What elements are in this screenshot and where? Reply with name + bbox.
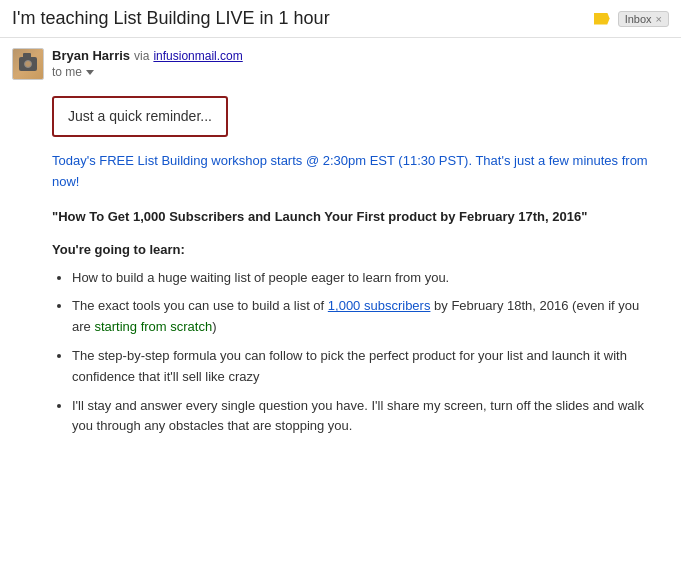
avatar-image xyxy=(13,49,43,79)
to-line: to me xyxy=(52,65,669,79)
bullet-list: How to build a huge waiting list of peop… xyxy=(52,268,661,438)
bullet-text-1: How to build a huge waiting list of peop… xyxy=(72,270,449,285)
close-icon[interactable]: × xyxy=(656,13,662,25)
learn-heading: You're going to learn: xyxy=(52,240,661,260)
sender-via: via xyxy=(134,49,149,63)
subscribers-link[interactable]: 1,000 subscribers xyxy=(328,298,431,313)
sender-info: Bryan Harris via infusionmail.com to me xyxy=(52,48,669,79)
workshop-link[interactable]: Today's FREE List Building workshop star… xyxy=(52,153,648,189)
inbox-label: Inbox xyxy=(625,13,652,25)
tag-icon[interactable] xyxy=(594,13,610,25)
to-dropdown-arrow[interactable] xyxy=(86,70,94,75)
list-item: The exact tools you can use to build a l… xyxy=(72,296,661,338)
avatar xyxy=(12,48,44,80)
sender-line: Bryan Harris via infusionmail.com xyxy=(52,48,669,63)
list-item: The step-by-step formula you can follow … xyxy=(72,346,661,388)
learn-heading-text: You're going to learn: xyxy=(52,242,185,257)
to-text: to me xyxy=(52,65,82,79)
scratch-text: starting from scratch xyxy=(94,319,212,334)
reminder-box: Just a quick reminder... xyxy=(52,96,228,137)
email-subject: I'm teaching List Building LIVE in 1 hou… xyxy=(12,8,582,29)
headline-text: "How To Get 1,000 Subscribers and Launch… xyxy=(52,209,587,224)
list-item: How to build a huge waiting list of peop… xyxy=(72,268,661,289)
subject-text: I'm teaching List Building LIVE in 1 hou… xyxy=(12,8,330,28)
workshop-intro: Today's FREE List Building workshop star… xyxy=(52,151,661,193)
bullet-text-2: The exact tools you can use to build a l… xyxy=(72,298,639,334)
bullet-text-3: The step-by-step formula you can follow … xyxy=(72,348,627,384)
inbox-badge: Inbox × xyxy=(618,11,669,27)
sender-email-link[interactable]: infusionmail.com xyxy=(153,49,242,63)
sender-area: Bryan Harris via infusionmail.com to me xyxy=(0,38,681,88)
sender-name: Bryan Harris xyxy=(52,48,130,63)
camera-icon xyxy=(19,57,37,71)
bullet-text-4: I'll stay and answer every single questi… xyxy=(72,398,644,434)
reminder-text: Just a quick reminder... xyxy=(68,108,212,124)
headline: "How To Get 1,000 Subscribers and Launch… xyxy=(52,207,661,227)
list-item: I'll stay and answer every single questi… xyxy=(72,396,661,438)
email-body: Just a quick reminder... Today's FREE Li… xyxy=(0,88,681,465)
email-header: I'm teaching List Building LIVE in 1 hou… xyxy=(0,0,681,38)
